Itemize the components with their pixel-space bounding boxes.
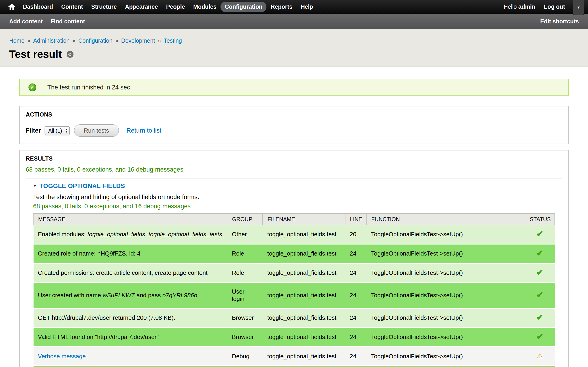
column-header-group: GROUP: [227, 214, 262, 225]
message-text: Created role of name: nHQ9fFZS, id: 4: [38, 250, 141, 257]
cell-function: ToggleOptionalFieldsTest->setUp(): [367, 225, 525, 244]
test-group-title-link[interactable]: TOGGLE OPTIONAL FIELDS: [40, 183, 125, 190]
table-row: Verbose messageDebugtoggle_optional_fiel…: [33, 347, 555, 366]
breadcrumb: Home»Administration»Configuration»Develo…: [9, 38, 579, 44]
hello-text: Hello: [504, 4, 517, 10]
toolbar-item-appearance[interactable]: Appearance: [121, 2, 162, 12]
cell-status: ✔: [525, 308, 555, 327]
toolbar-item-content[interactable]: Content: [57, 2, 87, 12]
breadcrumb-link-home[interactable]: Home: [9, 38, 25, 44]
cell-status: ⚠: [525, 347, 555, 366]
message-text: Enabled modules:: [38, 231, 87, 238]
pass-check-icon: ✔: [536, 268, 543, 277]
results-fieldset: RESULTS 68 passes, 0 fails, 0 exceptions…: [19, 150, 569, 367]
cell-message: User created with name wSuPLKWT and pass…: [33, 283, 227, 308]
status-message: ✓ The test run finished in 24 sec.: [19, 79, 569, 96]
status-message-text: The test run finished in 24 sec.: [47, 84, 132, 91]
results-table-header-row: MESSAGEGROUPFILENAMELINEFUNCTIONSTATUS: [33, 214, 555, 225]
cell-status: ✔: [525, 225, 555, 244]
shortcut-item-add-content[interactable]: Add content: [9, 18, 43, 25]
breadcrumb-separator: »: [115, 38, 119, 44]
toolbar-item-dashboard[interactable]: Dashboard: [19, 2, 57, 12]
column-header-line: LINE: [345, 214, 366, 225]
cell-group: Debug: [227, 347, 262, 366]
results-summary: 68 passes, 0 fails, 0 exceptions, and 16…: [26, 166, 562, 173]
cell-filename: toggle_optional_fields.test: [263, 263, 345, 283]
table-row: Created permissions: create article cont…: [33, 263, 555, 283]
column-header-filename: FILENAME: [263, 214, 345, 225]
message-emphasis: toggle_optional_fields_tests: [148, 231, 222, 238]
table-row: Enabled modules: toggle_optional_fields,…: [33, 225, 555, 244]
table-row: Valid HTML found on "http://drupal7.dev/…: [33, 327, 555, 347]
home-icon[interactable]: [5, 4, 19, 10]
shortcut-item-find-content[interactable]: Find content: [51, 18, 85, 25]
page-title-row: Test result ⚙: [9, 48, 579, 60]
results-table-body: Enabled modules: toggle_optional_fields,…: [33, 225, 555, 367]
page-header: Home»Administration»Configuration»Develo…: [0, 29, 588, 67]
warning-icon: ⚠: [537, 352, 543, 360]
username: admin: [519, 4, 536, 10]
pass-check-icon: ✔: [536, 332, 543, 341]
cell-function: [367, 366, 525, 367]
breadcrumb-link-administration[interactable]: Administration: [33, 38, 69, 44]
cell-filename: toggle_optional_fields.test: [263, 347, 345, 366]
select-stepper-icon: ▲▼: [65, 128, 68, 133]
hello-user-label: Hello admin: [504, 4, 536, 10]
breadcrumb-separator: »: [72, 38, 76, 44]
pass-check-icon: ✔: [536, 313, 543, 322]
admin-toolbar: DashboardContentStructureAppearancePeopl…: [0, 0, 588, 14]
cell-filename: [263, 366, 345, 367]
test-group-legend: ▼ TOGGLE OPTIONAL FIELDS: [33, 183, 555, 190]
table-row: GET http://drupal7.dev/user returned 200…: [33, 308, 555, 327]
gear-icon[interactable]: ⚙: [66, 51, 73, 58]
cell-group: Role: [227, 263, 262, 283]
cell-status: ✔: [525, 244, 555, 263]
toolbar-item-structure[interactable]: Structure: [87, 2, 121, 12]
cell-message: Valid HTML found on "http://drupal7.dev/…: [33, 327, 227, 347]
cell-function: ToggleOptionalFieldsTest->setUp(): [367, 244, 525, 263]
message-text: and pass: [135, 292, 162, 299]
toolbar-item-reports[interactable]: Reports: [267, 2, 296, 12]
actions-legend: ACTIONS: [26, 111, 562, 118]
cell-line: 24: [345, 308, 366, 327]
cell-message: [33, 366, 227, 367]
breadcrumb-link-testing[interactable]: Testing: [164, 38, 182, 44]
results-legend: RESULTS: [26, 156, 562, 162]
logout-link[interactable]: Log out: [544, 4, 565, 10]
toolbar-item-help[interactable]: Help: [296, 2, 317, 12]
main-content: ✓ The test run finished in 24 sec. ACTIO…: [0, 79, 588, 367]
breadcrumb-link-development[interactable]: Development: [121, 38, 155, 44]
verbose-message-link[interactable]: Verbose message: [38, 352, 86, 359]
toolbar-item-people[interactable]: People: [162, 2, 189, 12]
cell-function: ToggleOptionalFieldsTest->setUp(): [367, 308, 525, 327]
cell-function: ToggleOptionalFieldsTest->setUp(): [367, 263, 525, 283]
gear-glyph: ⚙: [68, 52, 72, 57]
shortcut-bar: Add contentFind content Edit shortcuts: [0, 14, 588, 29]
house-icon: [8, 4, 15, 10]
actions-fieldset: ACTIONS Filter All (1) ▲▼ Run tests Retu…: [19, 106, 569, 144]
test-group-summary: 68 passes, 0 fails, 0 exceptions, and 16…: [33, 203, 555, 210]
column-header-function: FUNCTION: [367, 214, 525, 225]
message-text: ,: [145, 231, 148, 238]
cell-message: Created permissions: create article cont…: [33, 263, 227, 283]
breadcrumb-separator: »: [27, 38, 31, 44]
breadcrumb-link-configuration[interactable]: Configuration: [78, 38, 112, 44]
toolbar-item-configuration[interactable]: Configuration: [221, 2, 267, 12]
toolbar-toggle-button[interactable]: ▾: [573, 0, 584, 15]
shortcut-links: Add contentFind content: [9, 18, 85, 25]
status-ok-icon: ✓: [28, 83, 36, 91]
toolbar-item-modules[interactable]: Modules: [189, 2, 221, 12]
filter-select[interactable]: All (1) ▲▼: [44, 126, 69, 135]
column-header-message: MESSAGE: [33, 214, 227, 225]
pass-check-icon: ✔: [536, 290, 543, 300]
table-row: User created with name wSuPLKWT and pass…: [33, 283, 555, 308]
drupal-test-result-page: DashboardContentStructureAppearancePeopl…: [0, 0, 588, 367]
collapse-arrow-icon[interactable]: ▼: [33, 184, 37, 188]
cell-message: GET http://drupal7.dev/user returned 200…: [33, 308, 227, 327]
run-tests-button[interactable]: Run tests: [74, 124, 119, 137]
cell-line: 24: [345, 244, 366, 263]
return-to-list-link[interactable]: Return to list: [127, 127, 162, 134]
filter-label: Filter: [26, 127, 41, 134]
cell-status: ✔: [525, 263, 555, 283]
edit-shortcuts-link[interactable]: Edit shortcuts: [540, 18, 579, 25]
